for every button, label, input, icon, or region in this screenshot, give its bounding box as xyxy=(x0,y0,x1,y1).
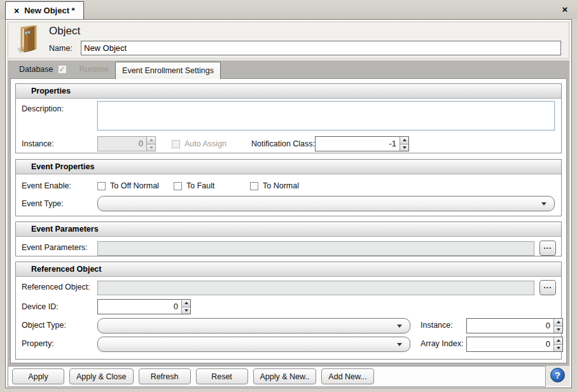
auto-assign-label: Auto Assign xyxy=(184,139,226,148)
tab-close-icon[interactable]: × xyxy=(14,6,19,15)
to-normal-label: To Normal xyxy=(263,181,299,190)
spinner-up-icon[interactable] xyxy=(554,319,562,326)
tab-database[interactable]: Database ✓ xyxy=(13,60,73,78)
tab-event-enrollment-label: Event Enrollment Settings xyxy=(122,66,214,75)
referenced-object-label: Referenced Object: xyxy=(22,283,90,291)
auto-assign-checkbox xyxy=(172,140,180,148)
tab-database-label: Database xyxy=(19,65,53,74)
tab-runtime: Runtime xyxy=(73,60,116,78)
apply-button[interactable]: Apply xyxy=(12,368,64,384)
description-label: Description: xyxy=(22,104,64,113)
object-type-combobox[interactable] xyxy=(97,318,410,333)
add-new-button[interactable]: Add New... xyxy=(321,368,373,384)
event-type-combobox[interactable] xyxy=(97,196,555,211)
tab-control: Database ✓ Runtime Event Enrollment Sett… xyxy=(8,60,569,366)
spinner-up-icon[interactable] xyxy=(182,300,190,307)
array-index-spinner[interactable]: 0 xyxy=(466,337,563,352)
button-bar: Apply Apply & Close Refresh Reset Apply … xyxy=(8,366,546,387)
spinner-down-icon[interactable] xyxy=(182,307,190,314)
event-parameters-label: Event Parameters: xyxy=(22,243,88,252)
tab-strip: Database ✓ Runtime Event Enrollment Sett… xyxy=(8,60,569,78)
spinner-down-icon[interactable] xyxy=(554,345,562,352)
array-index-label: Array Index: xyxy=(421,339,463,348)
to-off-normal-checkbox[interactable] xyxy=(97,182,106,190)
to-off-normal-label: To Off Normal xyxy=(110,181,159,190)
referenced-object-field xyxy=(97,281,534,295)
notification-class-spinner[interactable]: -1 xyxy=(315,136,409,151)
referenced-object-group-header: Referenced Object xyxy=(16,262,561,277)
spinner-down-icon[interactable] xyxy=(554,326,562,333)
property-combobox[interactable] xyxy=(97,337,410,352)
notification-class-label: Notification Class: xyxy=(251,139,315,148)
auto-assign-row: Auto Assign xyxy=(172,139,226,148)
name-input[interactable] xyxy=(81,41,561,55)
to-normal-checkbox[interactable] xyxy=(250,182,258,190)
instance-value: 0 xyxy=(98,137,146,151)
to-fault-checkbox[interactable] xyxy=(174,182,182,190)
refresh-button[interactable]: Refresh xyxy=(139,368,191,384)
object-type-label: Object Type: xyxy=(22,321,66,330)
device-id-spinner[interactable]: 0 xyxy=(97,299,191,314)
ref-instance-spinner[interactable]: 0 xyxy=(466,318,563,333)
event-parameters-field xyxy=(97,241,534,256)
spinner-down-icon[interactable] xyxy=(400,144,408,151)
name-label: Name: xyxy=(49,44,73,53)
apply-and-close-button[interactable]: Apply & Close xyxy=(69,368,134,384)
ref-instance-label: Instance: xyxy=(421,321,453,330)
properties-group-header: Properties xyxy=(16,84,561,99)
window-close-icon[interactable]: × xyxy=(559,3,571,15)
page-title: Object xyxy=(49,25,80,38)
event-parameters-browse-button[interactable]: ... xyxy=(539,241,556,256)
device-id-value: 0 xyxy=(98,300,181,314)
spinner-down-icon xyxy=(147,144,155,151)
to-normal-row: To Normal xyxy=(250,181,299,190)
instance-label: Instance: xyxy=(22,139,54,148)
event-parameters-group-header: Event Parameters xyxy=(16,222,561,237)
document-tab-bar: × New Object * × xyxy=(0,0,577,19)
object-header: Object Name: xyxy=(8,22,569,59)
properties-group: Properties Description: Instance: 0 Auto… xyxy=(15,83,562,153)
event-parameters-group: Event Parameters Event Parameters: ... xyxy=(15,221,562,256)
document-tab-new-object[interactable]: × New Object * xyxy=(5,1,84,19)
to-off-normal-row: To Off Normal xyxy=(97,181,159,190)
checkmark-icon: ✓ xyxy=(58,65,67,74)
spinner-up-icon[interactable] xyxy=(400,137,408,144)
event-properties-group-header: Event Properties xyxy=(16,160,561,174)
reset-button[interactable]: Reset xyxy=(196,368,248,384)
apply-and-new-button[interactable]: Apply & New.. xyxy=(253,368,317,384)
spinner-up-icon[interactable] xyxy=(554,337,562,345)
referenced-object-browse-button[interactable]: ... xyxy=(539,280,556,295)
referenced-object-group: Referenced Object Referenced Object: ...… xyxy=(15,262,562,360)
chevron-down-icon xyxy=(397,325,402,328)
array-index-value: 0 xyxy=(467,337,553,351)
chevron-down-icon xyxy=(541,202,546,206)
to-fault-row: To Fault xyxy=(174,181,214,190)
event-enrollment-settings-page: Properties Description: Instance: 0 Auto… xyxy=(10,78,567,363)
chevron-down-icon xyxy=(397,343,402,346)
device-id-label: Device ID: xyxy=(22,302,59,311)
event-type-label: Event Type: xyxy=(22,199,64,208)
tab-runtime-label: Runtime xyxy=(80,65,109,74)
spinner-up-icon xyxy=(147,137,155,144)
event-properties-group: Event Properties Event Enable: To Off No… xyxy=(15,159,562,216)
property-label: Property: xyxy=(22,339,54,348)
object-door-icon xyxy=(16,25,41,53)
to-fault-label: To Fault xyxy=(186,181,214,190)
help-icon[interactable]: ? xyxy=(550,368,565,382)
ref-instance-value: 0 xyxy=(467,319,553,333)
document-tab-title: New Object * xyxy=(24,6,74,15)
object-editor-panel: Object Name: Database ✓ Runtime Event En… xyxy=(5,19,572,388)
tab-event-enrollment-settings[interactable]: Event Enrollment Settings xyxy=(115,62,221,79)
description-textarea[interactable] xyxy=(97,101,555,130)
notification-class-value: -1 xyxy=(316,137,400,151)
instance-spinner: 0 xyxy=(97,136,156,151)
event-enable-label: Event Enable: xyxy=(22,181,71,190)
